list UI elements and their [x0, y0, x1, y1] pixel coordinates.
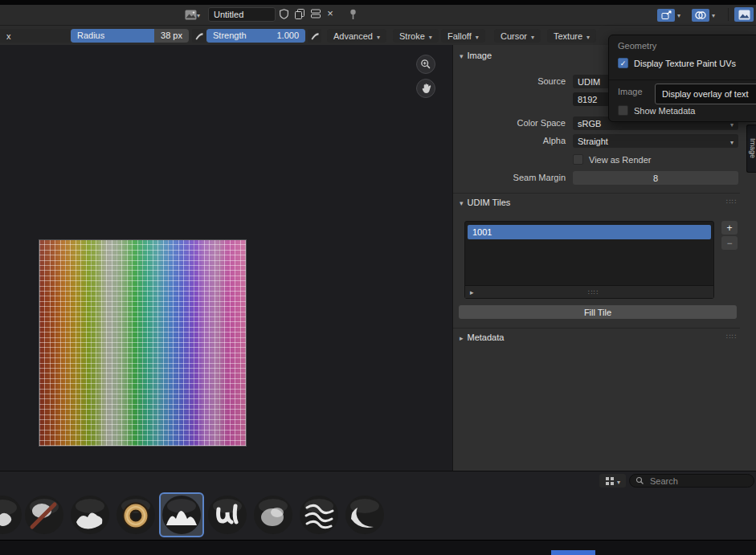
tooltip: Display overlay of text [655, 84, 756, 104]
pressure-icon [310, 31, 320, 41]
view-as-render-label: View as Render [589, 155, 651, 165]
source-value: UDIM [578, 77, 600, 87]
radius-slider[interactable]: Radius 38 px [71, 29, 189, 43]
udim-tile-label: 1001 [472, 227, 492, 237]
brush-thumbnail[interactable] [22, 492, 67, 537]
panel-collapsed-icon [460, 333, 464, 342]
radius-value: 38 px [161, 29, 182, 43]
filter-expand-icon[interactable] [465, 288, 474, 296]
udim-panel-title: UDIM Tiles [468, 198, 511, 207]
strength-label: Strength [213, 29, 247, 43]
overlays-icon [692, 9, 709, 22]
minus-icon: − [726, 238, 732, 249]
colorspace-label: Color Space [453, 116, 566, 130]
radius-pressure-button[interactable] [192, 29, 206, 43]
image-editor-icon [734, 7, 754, 22]
chevron-down-icon [586, 31, 590, 41]
strength-pressure-button[interactable] [308, 29, 321, 43]
menu-stroke-label: Stroke [399, 31, 425, 41]
panel-separator [453, 193, 740, 194]
brush-thumbnail[interactable] [296, 492, 341, 537]
panel-separator [453, 328, 740, 329]
menu-texture-label: Texture [554, 31, 582, 41]
list-resize-grip-icon[interactable]: ∷∷ [588, 288, 599, 296]
display-uvs-row[interactable]: ✓ Display Texture Paint UVs [618, 58, 736, 68]
geometry-section-label: Geometry [618, 41, 656, 51]
grid-view-icon [605, 476, 615, 486]
zoom-button[interactable] [416, 55, 435, 74]
alpha-dropdown[interactable]: Straight [573, 134, 738, 148]
pan-button[interactable] [416, 79, 435, 98]
brush-search[interactable] [629, 474, 754, 488]
udim-grid-texture[interactable] [39, 240, 246, 446]
fill-tile-button[interactable]: Fill Tile [459, 305, 737, 319]
duplicate-image-button[interactable] [293, 7, 306, 20]
remove-tile-button[interactable]: − [721, 236, 738, 250]
overlays-dropdown[interactable] [712, 7, 715, 22]
seam-margin-field[interactable]: 8 [573, 171, 738, 185]
brush-thumbnail[interactable] [342, 492, 387, 537]
gizmos-toggle[interactable] [657, 8, 675, 22]
menu-advanced[interactable]: Advanced [327, 29, 386, 43]
size-value: 8192 [578, 95, 597, 104]
view-as-render-checkbox[interactable] [573, 154, 583, 165]
pressure-icon [194, 31, 204, 41]
alpha-value: Straight [578, 137, 608, 146]
gizmos-dropdown[interactable] [677, 7, 680, 22]
chevron-down-icon [429, 31, 432, 41]
seam-margin-label: Seam Margin [453, 171, 566, 185]
alpha-row: Alpha Straight [453, 134, 740, 148]
image-icon [184, 8, 197, 21]
editor-type-button[interactable] [734, 7, 754, 22]
colorspace-value: sRGB [578, 119, 601, 129]
pin-button[interactable] [346, 7, 359, 20]
udim-tile-item-selected[interactable]: 1001 [468, 225, 711, 239]
menu-stroke[interactable]: Stroke [393, 29, 439, 43]
blender-window: × x [0, 0, 756, 555]
blend-mode-dropdown[interactable]: x [0, 29, 81, 43]
brush-thumbnail[interactable] [251, 492, 296, 537]
menu-falloff[interactable]: Falloff [441, 29, 485, 43]
brush-thumbnail[interactable] [113, 492, 158, 537]
image-panel-header[interactable]: Image [460, 51, 492, 60]
blend-mode-label: x [6, 31, 11, 41]
menu-texture[interactable]: Texture [547, 29, 596, 43]
display-mode-button[interactable] [599, 474, 626, 488]
chevron-down-icon [677, 10, 680, 19]
display-uvs-checkbox[interactable]: ✓ [618, 58, 628, 68]
brush-thumbnail-selected[interactable] [159, 492, 204, 537]
image-browse-button[interactable] [184, 7, 200, 22]
menu-cursor[interactable]: Cursor [494, 29, 541, 43]
add-tile-button[interactable]: + [721, 221, 738, 235]
search-input[interactable] [648, 475, 740, 487]
show-metadata-checkbox[interactable] [618, 105, 628, 116]
editor-header: × [0, 5, 756, 26]
panel-grip-icon: ∷∷ [726, 198, 737, 206]
image-editor-canvas[interactable] [0, 45, 452, 471]
unlink-image-button[interactable]: × [324, 7, 337, 20]
strength-slider[interactable]: Strength 1.000 [206, 29, 305, 43]
source-label: Source [453, 75, 566, 88]
seam-margin-row: Seam Margin 8 [453, 171, 740, 185]
overlays-toggle[interactable] [692, 8, 709, 22]
image-name-field[interactable] [208, 7, 276, 22]
overlays-popover: Geometry ✓ Display Texture Paint UVs Ima… [608, 35, 756, 122]
udim-tile-list[interactable]: 1001 ∷∷ [464, 221, 714, 299]
chevron-down-icon [197, 10, 200, 19]
udim-panel-header[interactable]: UDIM Tiles [460, 198, 510, 207]
panel-expanded-icon [460, 51, 464, 60]
metadata-panel-header[interactable]: Metadata [460, 333, 504, 342]
pack-image-button[interactable] [309, 7, 322, 20]
brush-thumbnail[interactable] [67, 492, 112, 537]
image-name-field-wrap [208, 7, 276, 22]
menu-falloff-label: Falloff [447, 31, 472, 41]
strength-value: 1.000 [276, 29, 299, 43]
menu-advanced-label: Advanced [333, 31, 373, 41]
sidebar-tab-image[interactable]: Image [746, 124, 756, 173]
show-metadata-row[interactable]: Show Metadata [618, 105, 695, 116]
close-icon: × [327, 7, 333, 20]
brush-thumbnail[interactable] [205, 492, 250, 537]
chevron-down-icon [377, 31, 380, 41]
fake-user-shield-button[interactable] [277, 7, 290, 20]
hand-icon [421, 83, 431, 94]
